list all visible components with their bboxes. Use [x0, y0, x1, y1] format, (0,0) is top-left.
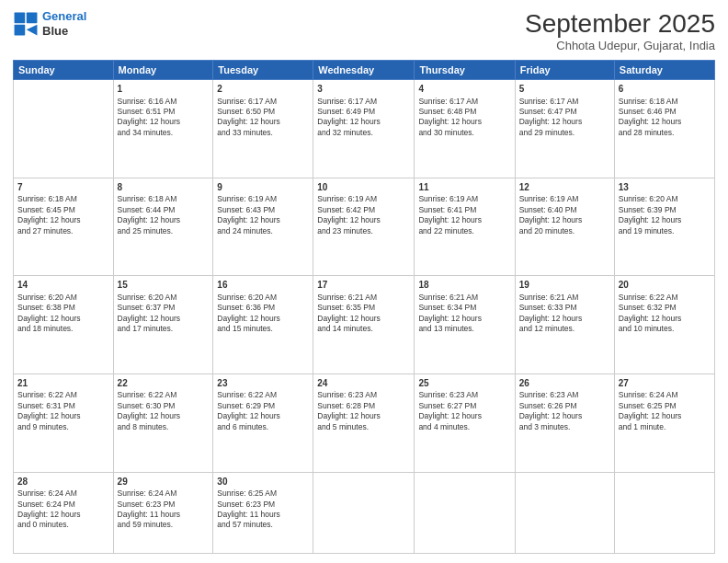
day-number: 14 — [17, 279, 109, 292]
day-info-line: Sunrise: 6:18 AM — [619, 97, 711, 107]
day-info-line: Sunset: 6:28 PM — [317, 401, 410, 411]
calendar-cell: 8Sunrise: 6:18 AMSunset: 6:44 PMDaylight… — [113, 178, 213, 276]
day-info-line: and 34 minutes. — [118, 128, 210, 138]
day-info-line: Sunset: 6:41 PM — [418, 205, 510, 215]
day-info-line: Sunset: 6:49 PM — [317, 107, 410, 117]
day-info-line: Sunset: 6:31 PM — [17, 401, 109, 411]
calendar-cell — [614, 472, 714, 553]
day-info-line: Sunset: 6:45 PM — [17, 205, 109, 215]
day-info-line: and 5 minutes. — [317, 422, 410, 432]
day-info-line: and 33 minutes. — [217, 128, 309, 138]
day-info-line: Daylight: 12 hours — [118, 314, 210, 324]
calendar-cell: 28Sunrise: 6:24 AMSunset: 6:24 PMDayligh… — [14, 472, 114, 553]
day-info-line: and 22 minutes. — [418, 226, 510, 236]
day-info-line: and 15 minutes. — [217, 324, 309, 334]
day-info-line: Sunset: 6:23 PM — [118, 500, 210, 510]
weekday-header-row: SundayMondayTuesdayWednesdayThursdayFrid… — [14, 61, 715, 80]
day-info-line: Sunset: 6:26 PM — [519, 401, 610, 411]
day-info-line: and 27 minutes. — [17, 226, 109, 236]
day-number: 30 — [217, 476, 309, 488]
day-info-line: Sunrise: 6:24 AM — [17, 488, 109, 499]
day-info-line: Sunset: 6:39 PM — [619, 205, 711, 215]
day-info-line: and 25 minutes. — [118, 226, 210, 236]
day-info-line: Daylight: 12 hours — [519, 314, 610, 324]
day-info-line: and 29 minutes. — [519, 128, 610, 138]
day-info-line: Daylight: 12 hours — [519, 117, 610, 127]
day-info-line: Sunrise: 6:20 AM — [118, 293, 210, 303]
day-info-line: and 0 minutes. — [17, 520, 109, 530]
calendar-cell: 24Sunrise: 6:23 AMSunset: 6:28 PMDayligh… — [313, 373, 415, 472]
calendar-cell: 22Sunrise: 6:22 AMSunset: 6:30 PMDayligh… — [113, 373, 213, 472]
day-info-line: Sunset: 6:37 PM — [118, 303, 210, 313]
day-info-line: and 3 minutes. — [519, 422, 610, 432]
day-number: 22 — [118, 377, 210, 390]
calendar-cell: 13Sunrise: 6:20 AMSunset: 6:39 PMDayligh… — [614, 178, 714, 276]
day-info-line: and 14 minutes. — [317, 324, 410, 334]
weekday-header-friday: Friday — [515, 61, 614, 80]
weekday-header-monday: Monday — [113, 61, 213, 80]
day-info-line: and 1 minute. — [619, 422, 711, 432]
calendar-cell: 12Sunrise: 6:19 AMSunset: 6:40 PMDayligh… — [515, 178, 614, 276]
day-info-line: Sunrise: 6:24 AM — [619, 390, 711, 400]
day-info-line: Sunrise: 6:19 AM — [519, 194, 610, 204]
day-info-line: Daylight: 12 hours — [17, 510, 109, 520]
day-info-line: Sunrise: 6:23 AM — [317, 390, 410, 400]
day-info-line: Sunset: 6:43 PM — [217, 205, 309, 215]
calendar-cell: 9Sunrise: 6:19 AMSunset: 6:43 PMDaylight… — [213, 178, 313, 276]
day-info-line: Sunset: 6:23 PM — [217, 500, 309, 510]
day-info-line: Daylight: 11 hours — [217, 510, 309, 520]
day-number: 7 — [17, 181, 109, 194]
day-info-line: and 20 minutes. — [519, 226, 610, 236]
day-info-line: Daylight: 12 hours — [418, 411, 510, 421]
day-info-line: and 23 minutes. — [317, 226, 410, 236]
day-info-line: Daylight: 12 hours — [217, 215, 309, 225]
day-number: 8 — [118, 181, 210, 194]
day-number: 6 — [619, 83, 711, 96]
calendar-cell: 29Sunrise: 6:24 AMSunset: 6:23 PMDayligh… — [113, 472, 213, 553]
day-info-line: Sunrise: 6:23 AM — [418, 390, 510, 400]
day-info-line: Sunset: 6:47 PM — [519, 107, 610, 117]
day-info-line: Sunset: 6:34 PM — [418, 303, 510, 313]
day-number: 19 — [519, 279, 610, 292]
day-info-line: Daylight: 12 hours — [619, 117, 711, 127]
day-info-line: Sunrise: 6:19 AM — [317, 194, 410, 204]
day-number: 24 — [317, 377, 410, 390]
day-info-line: and 19 minutes. — [619, 226, 711, 236]
day-number: 16 — [217, 279, 309, 292]
day-info-line: Sunrise: 6:18 AM — [118, 194, 210, 204]
week-row-3: 14Sunrise: 6:20 AMSunset: 6:38 PMDayligh… — [14, 276, 715, 374]
day-info-line: Daylight: 12 hours — [118, 117, 210, 127]
weekday-header-tuesday: Tuesday — [213, 61, 313, 80]
calendar-cell — [515, 472, 614, 553]
day-info-line: Sunrise: 6:18 AM — [17, 194, 109, 204]
week-row-1: 1Sunrise: 6:16 AMSunset: 6:51 PMDaylight… — [14, 80, 715, 178]
calendar-cell: 6Sunrise: 6:18 AMSunset: 6:46 PMDaylight… — [614, 80, 714, 178]
day-info-line: Daylight: 12 hours — [17, 215, 109, 225]
calendar-cell: 16Sunrise: 6:20 AMSunset: 6:36 PMDayligh… — [213, 276, 313, 374]
day-info-line: Sunrise: 6:17 AM — [418, 97, 510, 107]
calendar-cell: 15Sunrise: 6:20 AMSunset: 6:37 PMDayligh… — [113, 276, 213, 374]
day-info-line: Sunset: 6:40 PM — [519, 205, 610, 215]
calendar-cell: 19Sunrise: 6:21 AMSunset: 6:33 PMDayligh… — [515, 276, 614, 374]
day-number: 3 — [317, 83, 410, 96]
svg-marker-3 — [27, 24, 38, 35]
calendar-cell: 2Sunrise: 6:17 AMSunset: 6:50 PMDaylight… — [213, 80, 313, 178]
day-info-line: Sunrise: 6:22 AM — [118, 390, 210, 400]
calendar-cell: 27Sunrise: 6:24 AMSunset: 6:25 PMDayligh… — [614, 373, 714, 472]
day-number: 20 — [619, 279, 711, 292]
logo-icon — [13, 11, 39, 37]
day-info-line: Daylight: 12 hours — [17, 314, 109, 324]
day-number: 29 — [118, 476, 210, 488]
day-info-line: Daylight: 12 hours — [317, 314, 410, 324]
day-number: 5 — [519, 83, 610, 96]
day-info-line: Daylight: 11 hours — [118, 510, 210, 520]
day-info-line: and 30 minutes. — [418, 128, 510, 138]
logo: General Blue — [13, 9, 86, 38]
day-info-line: Sunrise: 6:20 AM — [17, 293, 109, 303]
day-info-line: Sunrise: 6:21 AM — [418, 293, 510, 303]
day-number: 4 — [418, 83, 510, 96]
day-info-line: Sunset: 6:24 PM — [17, 500, 109, 510]
day-info-line: Daylight: 12 hours — [418, 215, 510, 225]
day-info-line: Daylight: 12 hours — [619, 314, 711, 324]
day-info-line: Sunset: 6:42 PM — [317, 205, 410, 215]
